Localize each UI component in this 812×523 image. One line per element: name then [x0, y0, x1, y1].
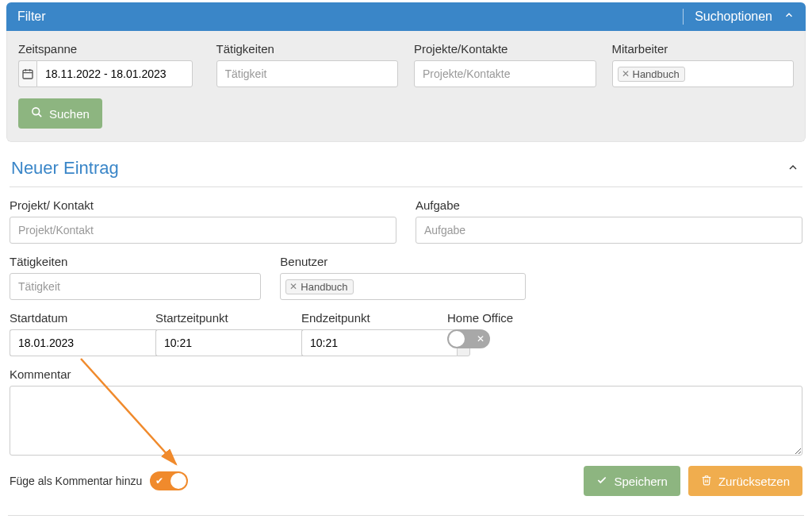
search-icon	[31, 106, 43, 121]
toggle-knob	[449, 331, 465, 347]
filter-body: Zeitspanne Tätigkeiten Projekte/Kontakte…	[6, 31, 806, 142]
save-button-label: Speichern	[614, 475, 668, 488]
user-input[interactable]: ✕ Handbuch	[280, 273, 526, 300]
endtime-input[interactable]	[301, 329, 457, 356]
legend: Projekt Kontakt Verkaufschance Auftrag P…	[8, 515, 804, 523]
divider	[683, 9, 684, 25]
comment-label: Kommentar	[10, 367, 802, 381]
chevron-up-icon[interactable]	[787, 161, 799, 176]
save-button[interactable]: Speichern	[584, 466, 680, 496]
filter-title: Filter	[17, 10, 46, 24]
calendar-icon[interactable]	[18, 60, 36, 87]
activities-input[interactable]	[216, 60, 399, 87]
chevron-up-icon[interactable]	[783, 10, 795, 24]
remove-tag-icon[interactable]: ✕	[289, 282, 297, 291]
reset-button-label: Zurücksetzen	[718, 475, 790, 488]
projects-label: Projekte/Kontakte	[414, 42, 596, 56]
toggle-knob	[170, 473, 186, 489]
staff-input[interactable]: ✕ Handbuch	[612, 60, 795, 87]
staff-tag[interactable]: ✕ Handbuch	[618, 67, 685, 82]
user-tag-label: Handbuch	[301, 281, 347, 293]
task-input[interactable]	[416, 217, 802, 244]
activities-label: Tätigkeiten	[216, 42, 399, 56]
staff-tag-label: Handbuch	[633, 68, 680, 80]
svg-point-4	[33, 108, 40, 115]
add-as-comment-toggle[interactable]: ✔	[150, 471, 188, 490]
trash-icon	[701, 475, 712, 488]
filter-header: Filter Suchoptionen	[6, 2, 806, 31]
starttime-input[interactable]	[155, 329, 311, 356]
svg-rect-0	[23, 70, 33, 79]
user-label: Benutzer	[280, 255, 531, 268]
projects-input[interactable]	[414, 60, 596, 87]
project-label: Projekt/ Kontakt	[10, 198, 396, 212]
search-button-label: Suchen	[49, 107, 90, 121]
endtime-label: Endzeitpunkt	[301, 311, 428, 325]
timespan-label: Zeitspanne	[18, 42, 201, 56]
user-tag[interactable]: ✕ Handbuch	[285, 279, 353, 294]
svg-line-5	[38, 113, 41, 117]
startdate-input[interactable]	[10, 329, 165, 356]
comment-textarea[interactable]	[10, 386, 802, 456]
startdate-label: Startdatum	[10, 311, 136, 325]
section-title: Neuer Eintrag	[11, 158, 119, 179]
starttime-label: Startzeitpunkt	[155, 311, 282, 325]
check-icon: ✔	[155, 475, 163, 486]
entry-activities-label: Tätigkeiten	[10, 255, 261, 268]
project-input[interactable]	[10, 217, 396, 244]
staff-label: Mitarbeiter	[612, 42, 795, 56]
check-icon	[596, 475, 607, 488]
remove-tag-icon[interactable]: ✕	[622, 69, 630, 79]
search-options-link[interactable]: Suchoptionen	[695, 10, 772, 24]
filter-panel: Filter Suchoptionen Zeitspanne Tätigkeit…	[6, 2, 806, 142]
add-as-comment-label: Füge als Kommentar hinzu	[10, 475, 142, 487]
x-icon: ✕	[477, 333, 485, 344]
timespan-input[interactable]	[36, 60, 193, 87]
homeoffice-toggle[interactable]: ✕	[447, 329, 490, 348]
reset-button[interactable]: Zurücksetzen	[688, 466, 802, 496]
search-button[interactable]: Suchen	[18, 98, 102, 129]
homeoffice-label: Home Office	[447, 311, 513, 325]
task-label: Aufgabe	[416, 198, 802, 212]
new-entry-section: Neuer Eintrag Projekt/ Kontakt Aufgabe T…	[10, 156, 802, 496]
entry-activities-input[interactable]	[10, 273, 261, 300]
